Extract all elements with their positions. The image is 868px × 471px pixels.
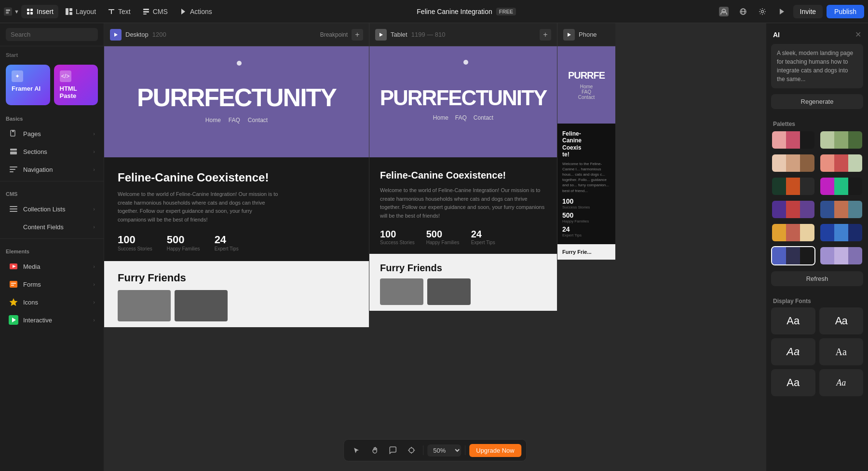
font-card-6[interactable]: Aa — [819, 369, 864, 396]
sidebar-item-sections[interactable]: Sections › — [3, 143, 101, 160]
palette-8[interactable] — [819, 200, 864, 219]
palette-5[interactable] — [771, 177, 815, 196]
tablet-stat3-num: 24 — [471, 229, 495, 240]
font-sample-5: Aa — [787, 376, 800, 389]
regenerate-button[interactable]: Regenerate — [771, 94, 863, 109]
font-card-2[interactable]: Aa — [819, 307, 864, 334]
palette-7[interactable] — [771, 200, 815, 219]
svg-rect-6 — [69, 8, 72, 11]
font-card-5[interactable]: Aa — [771, 369, 815, 396]
desktop-stat-1: 100 Success Stories — [118, 234, 152, 251]
palette-12[interactable] — [819, 246, 864, 265]
layout-button[interactable]: Layout — [60, 5, 101, 18]
hand-tool[interactable] — [367, 443, 382, 458]
canvas-area: Desktop 1200 Breakpoint + PURRFECTUNITY — [104, 23, 766, 471]
tablet-section2: Furry Friends — [369, 254, 557, 311]
font-card-1[interactable]: Aa — [771, 307, 815, 334]
tablet-play-button[interactable] — [375, 29, 387, 41]
logo-button[interactable]: ▼ — [4, 4, 19, 19]
bottom-toolbar: 50% 75% 100% 150% 200% Upgrade Now — [343, 439, 527, 461]
search-input[interactable] — [6, 28, 98, 41]
forms-icon — [9, 279, 18, 289]
tablet-viewport-name: Tablet — [391, 31, 407, 38]
font-card-3[interactable]: Aa — [771, 338, 815, 365]
svg-marker-29 — [114, 33, 118, 37]
pointer-tool[interactable] — [349, 443, 364, 458]
tablet-hero-dot — [463, 60, 468, 65]
tablet-viewport-header: Tablet 1199 — 810 + — [369, 23, 557, 46]
main-layout: Start ✦ Framer AI </> HTML Paste Basics … — [0, 23, 868, 471]
navigation-chevron: › — [93, 166, 95, 172]
font-card-4[interactable]: Aa — [819, 338, 864, 365]
sidebar-item-forms[interactable]: Forms › — [3, 276, 101, 293]
media-label: Media — [23, 263, 88, 270]
svg-rect-7 — [69, 12, 72, 15]
svg-marker-31 — [568, 33, 571, 37]
settings-icon[interactable] — [755, 4, 770, 19]
icons-chevron: › — [93, 299, 95, 305]
desktop-viewport-size: 1200 — [152, 31, 166, 38]
sidebar-item-collection-lists[interactable]: Collection Lists › — [3, 200, 101, 218]
toolbar-divider — [423, 445, 423, 455]
publish-button[interactable]: Publish — [827, 5, 864, 18]
desktop-play-button[interactable] — [110, 29, 122, 41]
dark-mode-tool[interactable] — [404, 443, 419, 458]
palette-1[interactable] — [771, 130, 815, 150]
tablet-nav-home: Home — [433, 114, 448, 121]
palette-6[interactable] — [819, 177, 864, 196]
palette-2[interactable] — [819, 130, 864, 150]
desktop-add-breakpoint[interactable]: + — [352, 29, 363, 41]
pages-label: Pages — [23, 130, 88, 138]
phone-body-title: Feline-CanineCoexiste! — [562, 130, 610, 158]
tablet-add-breakpoint[interactable]: + — [540, 29, 551, 41]
html-paste-card[interactable]: </> HTML Paste — [54, 65, 98, 105]
topbar: ▼ Insert Layout Text CMS Actions Feline … — [0, 0, 868, 23]
sidebar-item-icons[interactable]: Icons › — [3, 293, 101, 311]
phone-hero: PURRFE Home FAQ Contact — [557, 46, 615, 124]
sidebar-divider-elements — [0, 238, 104, 239]
svg-rect-10 — [143, 14, 147, 14]
sidebar-item-media[interactable]: Media › — [3, 258, 101, 275]
invite-button[interactable]: Invite — [793, 5, 823, 18]
phone-stat3-label: Expert Tips — [562, 233, 610, 237]
sidebar-item-content-fields[interactable]: Content Fields › — [3, 218, 101, 236]
cms-button[interactable]: CMS — [137, 5, 173, 18]
framer-ai-card[interactable]: ✦ Framer AI — [6, 65, 50, 105]
phone-play-button[interactable] — [563, 29, 575, 41]
globe-icon[interactable] — [735, 4, 751, 19]
ai-panel-close-button[interactable]: ✕ — [855, 30, 861, 39]
palette-11[interactable] — [771, 246, 815, 265]
refresh-button[interactable]: Refresh — [771, 271, 863, 286]
zoom-select[interactable]: 50% 75% 100% 150% 200% — [427, 444, 461, 457]
palette-4[interactable] — [819, 153, 864, 173]
desktop-stat3-num: 24 — [215, 234, 239, 246]
quick-start-cards: ✦ Framer AI </> HTML Paste — [0, 61, 104, 109]
comment-tool[interactable] — [385, 443, 401, 458]
desktop-stats: 100 Success Stories 500 Happy Families 2… — [118, 234, 355, 251]
insert-button[interactable]: Insert — [21, 5, 58, 18]
palettes-grid — [766, 130, 868, 271]
topbar-right: Invite Publish — [716, 4, 864, 19]
tablet-stat1-label: Success Stories — [380, 240, 415, 245]
collection-lists-label: Collection Lists — [23, 206, 88, 213]
tablet-section2-title: Furry Friends — [380, 263, 546, 274]
upgrade-button[interactable]: Upgrade Now — [469, 444, 521, 457]
desktop-hero-dot — [237, 61, 242, 66]
svg-rect-2 — [30, 9, 33, 11]
play-icon[interactable] — [774, 4, 789, 19]
phone-hero-nav-items: Home FAQ Contact — [578, 84, 595, 100]
phone-stat1-num: 100 — [562, 197, 610, 205]
sidebar-item-pages[interactable]: Pages › — [3, 125, 101, 142]
sidebar-item-interactive[interactable]: Interactive › — [3, 311, 101, 329]
desktop-stat3-label: Expert Tips — [215, 246, 239, 251]
palette-9[interactable] — [771, 223, 815, 242]
palette-3[interactable] — [771, 153, 815, 173]
text-button[interactable]: Text — [103, 5, 136, 18]
sidebar-item-navigation[interactable]: Navigation › — [3, 161, 101, 178]
palette-10[interactable] — [819, 223, 864, 242]
tablet-body-desc: Welcome to the world of Feline-Canine In… — [380, 186, 546, 220]
tablet-body: Feline-Canine Coexistence! Welcome to th… — [369, 157, 557, 254]
content-fields-icon — [9, 222, 18, 232]
actions-button[interactable]: Actions — [175, 5, 217, 18]
user-avatar[interactable] — [716, 4, 732, 19]
